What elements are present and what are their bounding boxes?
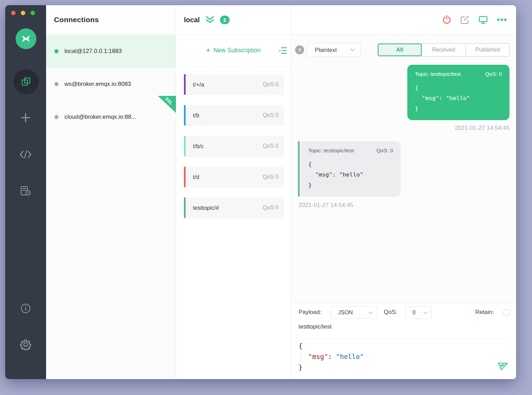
subscription-item[interactable]: testtopic/# QoS 0	[185, 197, 284, 218]
subscription-topic: t/b/c	[193, 143, 204, 150]
close-window-button[interactable]	[11, 11, 16, 15]
subscription-topic: t/d	[193, 174, 199, 180]
window-traffic-lights	[11, 11, 35, 15]
retain-label: Retain:	[475, 309, 494, 316]
subscription-qos: QoS 0	[263, 112, 278, 118]
qos-label: QoS:	[384, 309, 397, 316]
plus-icon	[20, 113, 31, 123]
monitor-icon	[478, 15, 488, 25]
sidebar-item-log[interactable]	[5, 186, 46, 196]
subscription-topic: t/b	[193, 112, 199, 119]
help-icon[interactable]: ?	[295, 45, 304, 54]
qos-select[interactable]: 0	[405, 306, 432, 319]
message-topic: Topic: testtopic/test	[308, 147, 354, 154]
subscriptions-list: t/+/a QoS 0 t/b QoS 0 t/b/c QoS 0 t/d Qo…	[176, 66, 291, 218]
edit-connection-button[interactable]	[460, 15, 470, 25]
send-icon	[496, 358, 511, 372]
mqttx-logo	[16, 28, 36, 49]
chevron-down-icon	[368, 311, 373, 314]
info-icon	[20, 303, 31, 314]
subscription-qos: QoS 0	[263, 205, 278, 211]
send-button[interactable]	[498, 359, 509, 372]
sidebar-item-settings[interactable]	[5, 339, 46, 350]
sidebar-item-connections[interactable]	[14, 69, 38, 94]
disconnect-button[interactable]	[442, 15, 452, 25]
topic-input[interactable]: testtopic/test	[299, 323, 331, 330]
connection-item-ws[interactable]: ws@broker.emqx.io:8083	[46, 68, 176, 100]
subscription-topic: t/+/a	[193, 81, 204, 88]
subscription-color-bar	[184, 136, 186, 156]
connection-name: ws@broker.emqx.io:8083	[64, 81, 131, 88]
app-window: Connections local@127.0.0.1:1883 ws@brok…	[5, 5, 516, 379]
log-icon	[20, 186, 31, 196]
tab-published[interactable]: Published	[466, 44, 509, 56]
subscription-qos: QoS 0	[263, 143, 278, 149]
indent-guide	[301, 352, 301, 362]
sidebar-item-about[interactable]	[5, 303, 46, 314]
json-value: "hello"	[336, 353, 364, 360]
published-message-bubble: Topic: testtopic/test QoS: 0 { "msg": "h…	[407, 65, 509, 120]
unread-count-badge: 2	[220, 16, 230, 24]
json-key: "msg"	[308, 353, 328, 360]
subscription-item[interactable]: t/b/c QoS 0	[185, 136, 284, 156]
app-sidebar	[5, 5, 46, 379]
subscription-color-bar	[184, 105, 186, 126]
messages-toolbar: ? Plaintext All Received Published	[291, 35, 516, 62]
sidebar-item-new-connection[interactable]	[5, 113, 46, 123]
received-message-bubble: Topic: testtopic/test QoS: 0 { "msg": "h…	[298, 141, 401, 197]
edit-icon	[460, 15, 470, 25]
publish-area: Payload: JSON QoS: 0 Retain: testtopic/t…	[291, 303, 516, 379]
connections-panel: Connections local@127.0.0.1:1883 ws@brok…	[46, 5, 176, 379]
subscription-qos: QoS 0	[263, 81, 278, 88]
subscription-item[interactable]: t/b QoS 0	[185, 105, 284, 126]
payload-format-value: Plaintext	[315, 47, 337, 53]
message-payload: { "msg": "hello" }	[415, 83, 502, 114]
subscription-color-bar	[184, 167, 186, 187]
chevron-double-down-icon[interactable]	[205, 16, 215, 24]
new-window-button[interactable]	[478, 15, 488, 25]
connection-item-local[interactable]: local@127.0.0.1:1883	[46, 35, 176, 68]
subscription-item[interactable]: t/+/a QoS 0	[185, 74, 284, 95]
connections-icon	[20, 76, 32, 87]
chevron-down-icon	[350, 48, 355, 52]
collapse-list-icon	[277, 46, 287, 55]
payload-type-value: JSON	[338, 309, 353, 316]
editor-divider	[298, 339, 511, 339]
connection-status-dot	[54, 115, 59, 119]
connection-name: cloud@broker.emqx.io:88...	[64, 114, 136, 120]
message-topic: Topic: testtopic/test	[415, 71, 461, 77]
retain-radio[interactable]	[503, 309, 510, 316]
payload-type-select[interactable]: JSON	[331, 306, 378, 319]
zoom-window-button[interactable]	[30, 11, 35, 15]
payload-editor[interactable]: { "msg": "hello" }	[299, 341, 499, 373]
connection-title-bar: local 2	[176, 5, 291, 35]
message-timestamp: 2021-01-27 14:54:45	[299, 202, 353, 209]
gear-icon	[20, 339, 32, 350]
payload-format-select[interactable]: Plaintext	[307, 43, 361, 57]
minimize-window-button[interactable]	[21, 11, 25, 15]
connection-item-cloud[interactable]: SSL cloud@broker.emqx.io:88...	[46, 100, 176, 133]
sidebar-item-script[interactable]	[5, 150, 46, 159]
plus-icon: +	[206, 46, 210, 55]
connection-status-dot	[54, 82, 59, 86]
message-payload: { "msg": "hello" }	[305, 159, 393, 190]
power-icon	[442, 15, 452, 25]
tab-all[interactable]: All	[378, 44, 422, 56]
connection-actions-bar	[291, 5, 516, 35]
subscriptions-panel: local 2 + New Subscription	[176, 5, 291, 379]
chevron-down-icon	[423, 311, 428, 314]
message-qos: QoS: 0	[485, 71, 502, 77]
connection-status-dot	[54, 49, 59, 53]
message-timestamp: 2021-01-27 14:54:45	[407, 125, 509, 132]
new-subscription-button[interactable]: + New Subscription	[206, 46, 260, 55]
more-options-button[interactable]	[497, 18, 507, 21]
subscription-topic: testtopic/#	[193, 205, 219, 211]
subscriptions-header: + New Subscription	[176, 35, 291, 66]
collapse-subscriptions-button[interactable]	[277, 46, 287, 56]
payload-label: Payload:	[299, 309, 321, 316]
connections-header: Connections	[46, 5, 176, 35]
subscription-qos: QoS 0	[263, 174, 278, 180]
subscription-color-bar	[184, 74, 186, 95]
tab-received[interactable]: Received	[422, 44, 466, 56]
subscription-item[interactable]: t/d QoS 0	[185, 167, 284, 187]
